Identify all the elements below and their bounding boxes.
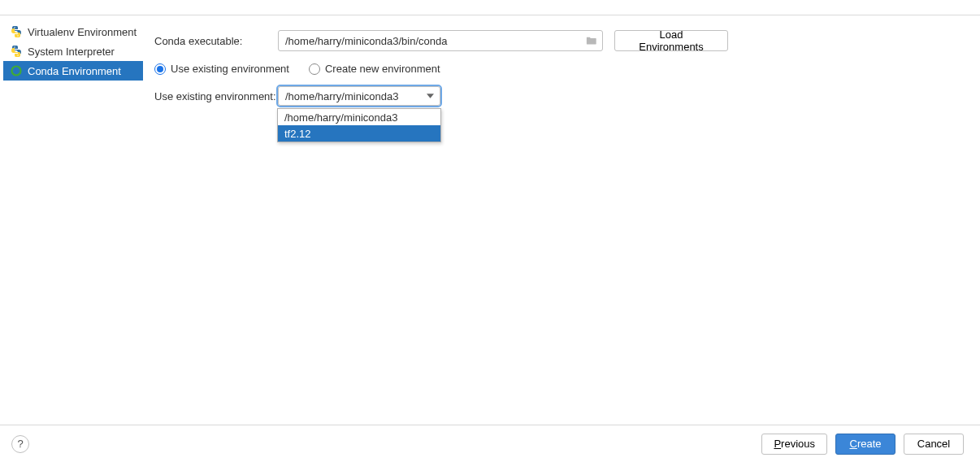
python-icon [10,25,23,38]
sidebar-item-system-interpreter[interactable]: System Interpreter [3,41,143,61]
conda-executable-field-wrap [278,30,603,51]
conda-icon [10,64,23,77]
env-option[interactable]: /home/harry/miniconda3 [278,109,440,125]
env-option-label: tf2.12 [284,128,311,140]
load-environments-button[interactable]: Load Environments [614,30,728,51]
svg-point-0 [12,67,21,76]
radio-use-existing[interactable] [154,63,166,75]
row-conda-executable: Conda executable: Load Environments [154,30,969,51]
help-button[interactable]: ? [11,435,29,453]
use-existing-env-label: Use existing environment: [154,90,278,102]
button-label: Create [849,438,881,450]
create-button[interactable]: Create [835,434,895,455]
env-combo-field[interactable]: /home/harry/miniconda3 [278,86,440,106]
radio-use-existing-label[interactable]: Use existing environment [171,63,289,75]
sidebar-item-virtualenv[interactable]: Virtualenv Environment [3,22,143,41]
button-label: Previous [774,438,815,450]
cancel-button[interactable]: Cancel [904,434,964,455]
radio-create-new[interactable] [309,63,320,75]
main-wrap: Virtualenv Environment System Interprete… [0,15,980,429]
python-icon [10,45,23,58]
env-combo-selected: /home/harry/miniconda3 [285,90,398,102]
conda-executable-input[interactable] [278,30,603,51]
sidebar-item-label: Conda Environment [28,65,121,77]
sidebar-item-conda[interactable]: Conda Environment [3,61,143,81]
sidebar-item-label: System Interpreter [28,46,115,58]
env-option-label: /home/harry/miniconda3 [284,111,397,124]
button-label: Cancel [917,438,950,450]
env-option[interactable]: tf2.12 [278,125,440,142]
row-env-mode: Use existing environment Create new envi… [154,63,969,75]
sidebar: Virtualenv Environment System Interprete… [3,15,143,429]
content-pane: Conda executable: Load Environments Use … [143,15,980,429]
conda-executable-label: Conda executable: [154,35,278,47]
env-dropdown: /home/harry/miniconda3 tf2.12 [277,108,441,142]
button-label: Load Environments [627,28,716,53]
row-use-existing-env: Use existing environment: /home/harry/mi… [154,86,969,106]
env-combo[interactable]: /home/harry/miniconda3 /home/harry/minic… [278,86,440,106]
help-icon: ? [17,438,23,450]
previous-button[interactable]: Previous [761,434,827,455]
sidebar-item-label: Virtualenv Environment [28,26,137,38]
footer: ? Previous Create Cancel [0,425,980,462]
radio-create-new-label[interactable]: Create new environment [325,63,440,75]
